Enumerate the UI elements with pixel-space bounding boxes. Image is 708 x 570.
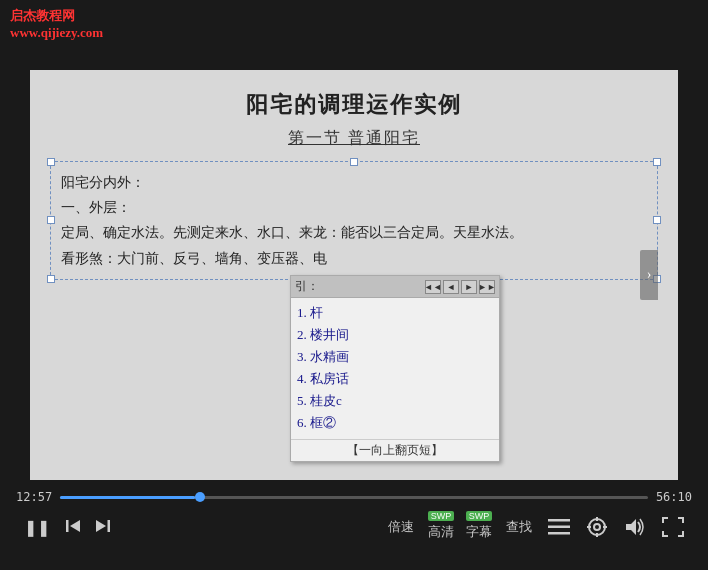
hd-label: 高清: [428, 523, 454, 541]
next-button[interactable]: [88, 513, 118, 542]
resize-bl[interactable]: [47, 275, 55, 283]
progress-dot: [195, 492, 205, 502]
progress-bar-area: 12:57 56:10: [0, 480, 708, 508]
watermark: 启杰教程网 www.qijiezy.com: [10, 8, 103, 41]
subtitle-label: 字幕: [466, 523, 492, 541]
chapters-button[interactable]: [540, 514, 578, 540]
text-line-3: 定局、确定水法。先测定来水、水口、来龙：能否以三合定局。天星水法。: [61, 220, 647, 245]
video-content: 阳宅的调理运作实例 第一节 普通阳宅 阳宅分内外： 一、外层： 定局、确定水法。…: [30, 70, 678, 480]
volume-icon: [624, 517, 646, 537]
prev-button[interactable]: [58, 513, 88, 542]
next-icon: [94, 517, 112, 538]
popup-nav-next[interactable]: ►: [461, 280, 477, 294]
hd-button[interactable]: SWP 高清: [422, 513, 460, 541]
target-icon: [586, 516, 608, 538]
slide-title: 阳宅的调理运作实例: [50, 90, 658, 120]
popup-header: 引： ◄◄ ◄ ► ►►: [291, 276, 499, 298]
watermark-url: www.qijiezy.com: [10, 25, 103, 41]
pause-icon: ❚❚: [24, 518, 50, 537]
right-chevron-icon: ›: [647, 267, 652, 283]
resize-tl[interactable]: [47, 158, 55, 166]
popup-items: 1. 杆 2. 楼井间 3. 水精画 4. 私房话 5. 桂皮c 6. 框②: [291, 298, 499, 439]
popup-nav-prev-prev[interactable]: ◄◄: [425, 280, 441, 294]
svg-marker-13: [626, 519, 636, 535]
popup-item-2[interactable]: 2. 楼井间: [297, 324, 493, 346]
progress-fill: [60, 496, 195, 499]
popup-nav-next-next[interactable]: ►►: [479, 280, 495, 294]
popup-item-4[interactable]: 4. 私房话: [297, 368, 493, 390]
popup-footer: 【一向上翻页短】: [291, 439, 499, 461]
svg-marker-1: [70, 520, 80, 532]
controls-bar: 12:57 56:10 ❚❚: [0, 480, 708, 570]
slide-subtitle: 第一节 普通阳宅: [50, 128, 658, 149]
right-arrow-btn[interactable]: ›: [640, 250, 658, 300]
svg-point-8: [594, 524, 600, 530]
controls-buttons: ❚❚ 倍速 SWP 高清: [0, 508, 708, 546]
svg-marker-3: [96, 520, 106, 532]
subtitle-badge: SWP: [466, 511, 493, 521]
text-line-2: 一、外层：: [61, 195, 647, 220]
svg-rect-0: [66, 520, 69, 532]
slide-textbox[interactable]: 阳宅分内外： 一、外层： 定局、确定水法。先测定来水、水口、来龙：能否以三合定局…: [50, 161, 658, 280]
resize-tm[interactable]: [350, 158, 358, 166]
popup-item-5[interactable]: 5. 桂皮c: [297, 390, 493, 412]
popup-item-3[interactable]: 3. 水精画: [297, 346, 493, 368]
slide-area: 阳宅的调理运作实例 第一节 普通阳宅 阳宅分内外： 一、外层： 定局、确定水法。…: [50, 90, 658, 460]
popup-item-6[interactable]: 6. 框②: [297, 412, 493, 434]
svg-rect-4: [548, 519, 570, 522]
watermark-site: 启杰教程网: [10, 8, 103, 25]
list-icon: [548, 518, 570, 536]
target-button[interactable]: [578, 512, 616, 542]
popup-nav-prev[interactable]: ◄: [443, 280, 459, 294]
resize-mr[interactable]: [653, 216, 661, 224]
svg-rect-5: [548, 526, 570, 529]
pause-button[interactable]: ❚❚: [16, 514, 58, 541]
speed-button[interactable]: 倍速: [380, 514, 422, 540]
volume-button[interactable]: [616, 513, 654, 541]
subtitle-button[interactable]: SWP 字幕: [460, 513, 498, 541]
progress-track[interactable]: [60, 496, 648, 499]
fullscreen-icon: [662, 517, 684, 537]
find-button[interactable]: 查找: [498, 514, 540, 540]
fullscreen-button[interactable]: [654, 513, 692, 541]
svg-rect-6: [548, 532, 570, 535]
svg-rect-2: [108, 520, 111, 532]
resize-ml[interactable]: [47, 216, 55, 224]
popup-item-1[interactable]: 1. 杆: [297, 302, 493, 324]
popup-nav-btns: ◄◄ ◄ ► ►►: [425, 280, 495, 294]
popup-list: 引： ◄◄ ◄ ► ►► 1. 杆 2. 楼井间 3. 水精画 4. 私房话 5…: [290, 275, 500, 462]
current-time: 12:57: [16, 490, 52, 504]
text-line-4: 看形煞：大门前、反弓、墙角、变压器、电: [61, 246, 647, 271]
popup-header-label: 引：: [295, 278, 425, 295]
total-time: 56:10: [656, 490, 692, 504]
resize-tr[interactable]: [653, 158, 661, 166]
prev-icon: [64, 517, 82, 538]
text-line-1: 阳宅分内外：: [61, 170, 647, 195]
svg-point-7: [589, 519, 605, 535]
hd-badge: SWP: [428, 511, 455, 521]
